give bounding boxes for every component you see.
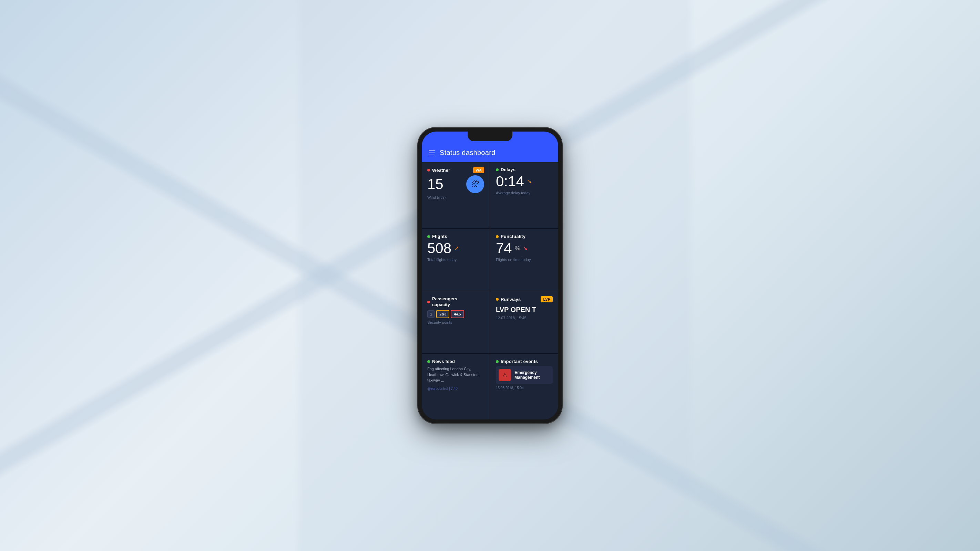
weather-card-title: Weather <box>432 168 450 173</box>
weather-value-row: 15 ⛈ <box>427 175 484 193</box>
passengers-card-title: Passengers capacity <box>432 296 457 308</box>
weather-icon: ⛈ <box>466 175 484 193</box>
menu-button[interactable] <box>429 151 435 155</box>
delays-card-header: Delays <box>496 167 553 172</box>
delays-card[interactable]: Delays 0:14 ↘ Average delay today <box>490 162 558 228</box>
app-screen: Status dashboard Weather WA <box>422 132 558 419</box>
punctuality-unit: % <box>515 245 520 251</box>
news-source: @eurocontrol | 7:40 <box>427 387 484 391</box>
punctuality-status-dot <box>496 235 499 238</box>
events-card[interactable]: Important events ⚠ Emergency Management <box>490 354 558 419</box>
delays-value-row: 0:14 ↘ <box>496 174 553 189</box>
runways-date: 12.07.2018, 15:45 <box>496 316 553 320</box>
runways-title-row: Runways <box>496 297 521 302</box>
flights-subtitle: Total flights today <box>427 257 484 262</box>
thunderstorm-icon: ⛈ <box>471 180 479 189</box>
news-title-row: News feed <box>427 359 455 364</box>
delays-subtitle: Average delay today <box>496 191 553 195</box>
punctuality-card-header: Punctuality <box>496 234 553 239</box>
delays-title-row: Delays <box>496 167 515 172</box>
flights-card[interactable]: Flights 508 ↗ Total flights today <box>422 229 490 291</box>
delays-value: 0:14 <box>496 174 524 189</box>
passengers-card-header: Passengers capacity <box>427 296 484 308</box>
punctuality-title-row: Punctuality <box>496 234 525 239</box>
delays-trend-icon: ↘ <box>527 179 531 184</box>
weather-card-header: Weather WA <box>427 167 484 173</box>
dashboard-grid: Weather WA 15 ⛈ Wind (m/s) <box>422 162 558 419</box>
punctuality-card[interactable]: Punctuality 74 % ↘ Flights on time today <box>490 229 558 291</box>
event-details: Emergency Management <box>514 370 539 380</box>
punctuality-subtitle: Flights on time today <box>496 257 553 262</box>
weather-status-dot <box>427 169 430 171</box>
security-points-label: Security points <box>427 320 484 324</box>
page-title: Status dashboard <box>440 149 495 157</box>
news-content: Fog affecting London City, Heathrow, Gat… <box>427 366 484 383</box>
punctuality-value: 74 <box>496 241 512 256</box>
flights-title-row: Flights <box>427 234 447 239</box>
news-card[interactable]: News feed Fog affecting London City, Hea… <box>422 354 490 419</box>
weather-value: 15 <box>427 177 444 192</box>
weather-subtitle: Wind (m/s) <box>427 195 484 199</box>
punctuality-trend-icon: ↘ <box>523 246 528 251</box>
security-point-23[interactable]: 2&3 <box>436 310 449 318</box>
passengers-status-dot <box>427 301 430 303</box>
delays-card-title: Delays <box>501 167 515 172</box>
event-date: 15.08.2018, 15:04 <box>496 386 553 390</box>
weather-title-row: Weather <box>427 168 450 173</box>
punctuality-value-row: 74 % ↘ <box>496 241 553 256</box>
events-title-row: Important events <box>496 359 538 364</box>
event-emergency-icon: ⚠ <box>499 369 511 381</box>
events-card-header: Important events <box>496 359 553 364</box>
punctuality-card-title: Punctuality <box>501 234 525 239</box>
flights-value: 508 <box>427 241 452 256</box>
events-status-dot <box>496 360 499 363</box>
passengers-title-row: Passengers capacity <box>427 296 457 308</box>
runways-status-dot <box>496 298 499 301</box>
phone-shell: Status dashboard Weather WA <box>418 127 562 424</box>
runways-status-text: LVP OPEN T <box>496 306 553 314</box>
security-points-row: 1 2&3 4&5 <box>427 310 484 318</box>
flights-trend-icon: ↗ <box>454 246 459 251</box>
flights-status-dot <box>427 235 430 238</box>
news-card-title: News feed <box>432 359 455 364</box>
runways-card-header: Runways LVP <box>496 296 553 302</box>
runways-card[interactable]: Runways LVP LVP OPEN T 12.07.2018, 15:45 <box>490 291 558 353</box>
runways-badge: LVP <box>541 296 553 302</box>
warning-triangle-icon: ⚠ <box>503 372 507 378</box>
flights-card-header: Flights <box>427 234 484 239</box>
delays-status-dot <box>496 168 499 171</box>
weather-card[interactable]: Weather WA 15 ⛈ Wind (m/s) <box>422 162 490 228</box>
passengers-card[interactable]: Passengers capacity 1 2&3 4&5 Security p… <box>422 291 490 353</box>
news-status-dot <box>427 360 430 363</box>
phone-notch <box>468 132 512 141</box>
weather-badge: WA <box>473 167 484 173</box>
flights-card-title: Flights <box>432 234 447 239</box>
runways-card-title: Runways <box>501 297 521 302</box>
phone-screen-container: Status dashboard Weather WA <box>422 132 558 419</box>
event-label: Emergency Management <box>514 370 539 380</box>
news-card-header: News feed <box>427 359 484 364</box>
security-point-45[interactable]: 4&5 <box>451 310 464 318</box>
flights-value-row: 508 ↗ <box>427 241 484 256</box>
phone-device: Status dashboard Weather WA <box>418 127 562 424</box>
security-point-1[interactable]: 1 <box>427 310 435 318</box>
event-item[interactable]: ⚠ Emergency Management <box>496 366 553 384</box>
events-card-title: Important events <box>501 359 538 364</box>
